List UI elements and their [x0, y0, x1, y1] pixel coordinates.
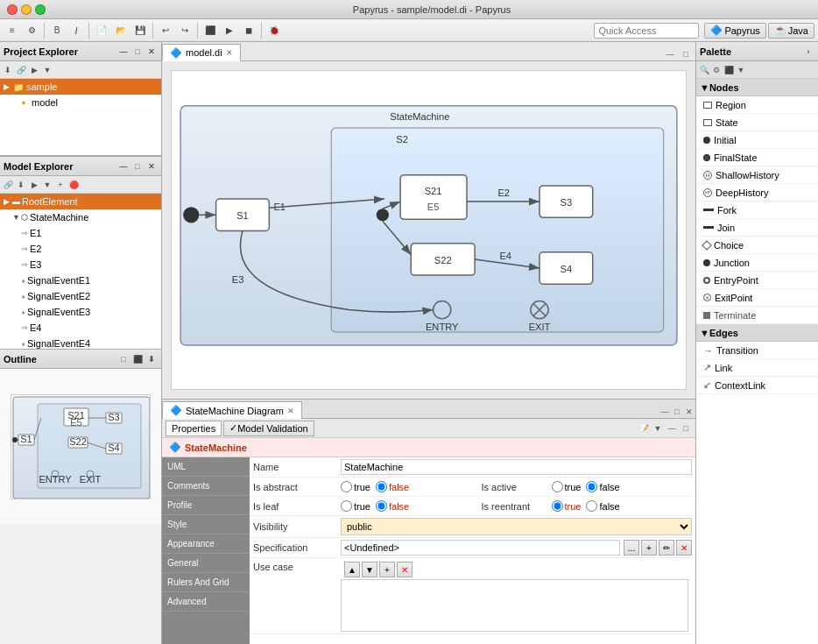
- model-validation-tab[interactable]: ✓ Model Validation: [223, 421, 314, 436]
- editor-area-maximize[interactable]: □: [680, 48, 692, 60]
- tree-item-model[interactable]: 🔸 model: [0, 95, 161, 110]
- radio-reentrant-false[interactable]: false: [586, 500, 619, 512]
- pe-maximize-btn[interactable]: □: [131, 46, 144, 58]
- palette-toolbar-btn-1[interactable]: 🔍: [698, 64, 710, 76]
- prop-input-name[interactable]: [341, 459, 692, 475]
- palette-item-finalstate[interactable]: FinalState: [696, 149, 818, 166]
- prop-select-visibility[interactable]: public private protected package: [341, 518, 692, 535]
- spec-btn-edit[interactable]: ✏: [659, 540, 674, 556]
- papyrus-perspective-btn[interactable]: 🔷 Papyrus: [704, 23, 765, 39]
- toolbar-btn-1[interactable]: ≡: [4, 22, 21, 39]
- prop-toolbar-minimize[interactable]: —: [666, 422, 678, 435]
- radio-leaf-false[interactable]: false: [376, 500, 409, 512]
- prop-sidebar-advanced[interactable]: Advanced: [162, 592, 250, 612]
- toolbar-btn-6[interactable]: ▶: [221, 22, 238, 39]
- prop-toolbar-maximize[interactable]: □: [680, 422, 692, 435]
- prop-input-specification[interactable]: [341, 540, 620, 556]
- toolbar-btn-2[interactable]: ⚙: [23, 22, 40, 39]
- me-toolbar-btn-5[interactable]: +: [54, 179, 67, 191]
- palette-toolbar-btn-3[interactable]: ⬛: [723, 64, 735, 76]
- toolbar-btn-undo[interactable]: ↩: [157, 22, 174, 39]
- palette-item-initial[interactable]: Initial: [696, 131, 818, 149]
- me-toolbar-btn-2[interactable]: ⬇: [15, 179, 27, 191]
- me-toolbar-btn-6[interactable]: 🔴: [67, 179, 80, 191]
- pe-minimize-btn[interactable]: —: [117, 46, 130, 58]
- palette-item-junction[interactable]: Junction: [696, 254, 818, 272]
- bottom-area-close[interactable]: ✕: [683, 406, 695, 418]
- palette-item-deephistory[interactable]: H* DeepHistory: [696, 184, 818, 202]
- prop-sidebar-rulers[interactable]: Rulers And Grid: [162, 573, 250, 592]
- prop-toolbar-btn-2[interactable]: ▼: [652, 422, 664, 435]
- statemachine-diagram-tab[interactable]: 🔷 StateMachine Diagram ✕: [162, 401, 302, 419]
- palette-arrow-btn[interactable]: ›: [802, 46, 814, 58]
- diagram-area[interactable]: StateMachine S2 S1 E1: [162, 61, 695, 399]
- toolbar-btn-7[interactable]: ◼: [240, 22, 257, 39]
- radio-reentrant-true[interactable]: true: [552, 500, 582, 512]
- usecase-btn-up[interactable]: ▲: [344, 562, 360, 577]
- pe-toolbar-btn-1[interactable]: ⬇: [2, 64, 14, 76]
- toolbar-btn-debug[interactable]: 🐞: [265, 22, 283, 39]
- prop-sidebar-uml[interactable]: UML: [162, 457, 250, 477]
- me-tree-statemachine[interactable]: ▼ ⬡ StateMachine: [0, 209, 161, 225]
- me-tree-signal3[interactable]: ⬧ SignalEventE3: [0, 304, 161, 320]
- close-button[interactable]: [7, 4, 18, 15]
- outline-toolbar-btn-1[interactable]: □: [117, 353, 130, 365]
- palette-item-join[interactable]: Join: [696, 219, 818, 237]
- palette-toolbar-btn-2[interactable]: ⚙: [710, 64, 723, 76]
- spec-btn-dots[interactable]: ...: [624, 540, 639, 556]
- pe-toolbar-btn-2[interactable]: 🔗: [15, 64, 27, 76]
- toolbar-btn-3[interactable]: B: [48, 22, 66, 39]
- palette-item-exitpoint[interactable]: ✕ ExitPoint: [696, 289, 818, 307]
- palette-item-shallowhistory[interactable]: H ShallowHistory: [696, 166, 818, 184]
- minimize-button[interactable]: [21, 4, 32, 15]
- me-tree-e2[interactable]: ⇒ E2: [0, 241, 161, 257]
- me-maximize-btn[interactable]: □: [131, 160, 144, 173]
- me-toolbar-btn-3[interactable]: ▶: [28, 179, 40, 191]
- me-tree-signal2[interactable]: ⬧ SignalEventE2: [0, 288, 161, 304]
- pe-toolbar-btn-3[interactable]: ▶: [28, 64, 40, 76]
- me-tree-e1[interactable]: ⇒ E1: [0, 225, 161, 241]
- bottom-area-minimize[interactable]: —: [659, 406, 671, 418]
- editor-area-minimize[interactable]: —: [664, 48, 676, 60]
- editor-tab-model[interactable]: 🔷 model.di ✕: [162, 44, 241, 61]
- prop-sidebar-style[interactable]: Style: [162, 515, 250, 534]
- radio-abstract-false[interactable]: false: [376, 481, 409, 492]
- toolbar-btn-redo[interactable]: ↪: [176, 22, 194, 39]
- palette-item-fork[interactable]: Fork: [696, 202, 818, 219]
- radio-leaf-true[interactable]: true: [341, 500, 370, 512]
- tree-item-sample[interactable]: ▶ 📁 sample: [0, 79, 161, 95]
- spec-btn-delete[interactable]: ✕: [676, 540, 692, 556]
- usecase-btn-delete[interactable]: ✕: [397, 562, 413, 577]
- radio-abstract-true[interactable]: true: [341, 481, 370, 492]
- prop-sidebar-appearance[interactable]: Appearance: [162, 534, 250, 554]
- palette-item-choice[interactable]: Choice: [696, 237, 818, 254]
- palette-section-nodes[interactable]: ▼ Nodes: [696, 79, 818, 96]
- prop-sidebar-comments[interactable]: Comments: [162, 477, 250, 496]
- palette-item-transition[interactable]: → Transition: [696, 342, 818, 359]
- palette-section-edges[interactable]: ▼ Edges: [696, 324, 818, 342]
- me-tree-e3[interactable]: ⇒ E3: [0, 257, 161, 272]
- bottom-tab-close[interactable]: ✕: [287, 407, 294, 415]
- palette-item-region[interactable]: Region: [696, 96, 818, 114]
- me-toolbar-btn-1[interactable]: 🔗: [2, 179, 14, 191]
- usecase-btn-add[interactable]: +: [379, 562, 395, 577]
- prop-sidebar-general[interactable]: General: [162, 554, 250, 573]
- palette-toolbar-btn-4[interactable]: ▼: [735, 64, 747, 76]
- palette-item-entrypoint[interactable]: EntryPoint: [696, 272, 818, 289]
- editor-tab-close[interactable]: ✕: [226, 48, 233, 57]
- bottom-area-maximize[interactable]: □: [671, 406, 683, 418]
- java-perspective-btn[interactable]: ☕ Java: [768, 23, 814, 39]
- me-minimize-btn[interactable]: —: [117, 160, 130, 173]
- radio-active-false[interactable]: false: [586, 481, 619, 492]
- palette-item-contextlink[interactable]: ↙ ContextLink: [696, 377, 818, 394]
- me-close-btn[interactable]: ✕: [145, 160, 158, 173]
- toolbar-btn-new[interactable]: 📄: [93, 22, 110, 39]
- radio-active-true[interactable]: true: [552, 481, 582, 492]
- quick-access-input[interactable]: [594, 23, 699, 39]
- outline-toolbar-btn-3[interactable]: ⬇: [145, 353, 158, 365]
- spec-btn-add[interactable]: +: [641, 540, 657, 556]
- palette-item-state[interactable]: State: [696, 114, 818, 131]
- prop-sidebar-profile[interactable]: Profile: [162, 496, 250, 515]
- me-tree-signal1[interactable]: ⬧ SignalEventE1: [0, 272, 161, 288]
- usecase-btn-down[interactable]: ▼: [362, 562, 377, 577]
